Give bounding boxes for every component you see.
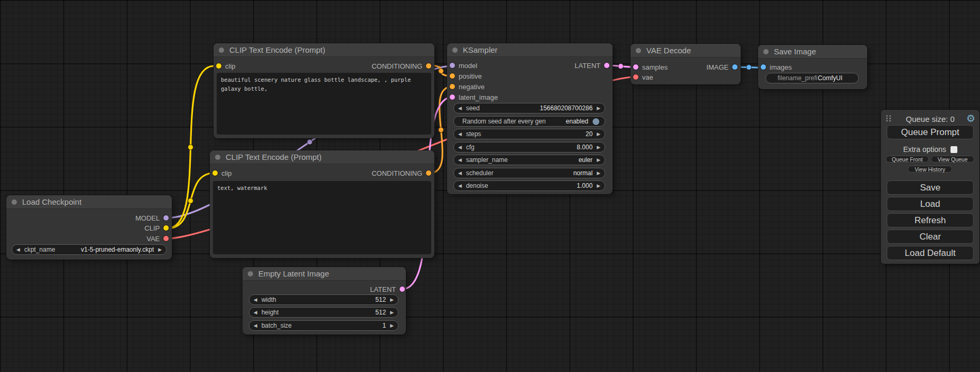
node-title-bar[interactable]: Save Image — [758, 45, 867, 59]
extra-options-label: Extra options — [903, 145, 946, 154]
collapse-dot-icon[interactable] — [219, 47, 224, 53]
decrement-arrow-icon[interactable]: ◀ — [254, 310, 257, 315]
slot-label: LATENT — [575, 62, 600, 70]
widget-value: 1 — [382, 322, 386, 329]
graph-canvas[interactable]: Load Checkpoint MODEL CLIP VAE ◀ ckpt_na… — [0, 0, 980, 372]
image-port-icon[interactable] — [761, 64, 766, 70]
node-title-bar[interactable]: VAE Decode — [630, 44, 741, 58]
queue-prompt-button[interactable]: Queue Prompt — [887, 125, 974, 139]
save-button[interactable]: Save — [887, 180, 974, 195]
queue-panel[interactable]: Queue size: 0 ⚙ Queue Prompt Extra optio… — [881, 110, 979, 264]
clear-button[interactable]: Clear — [887, 230, 974, 244]
node-title-bar[interactable]: Load Checkpoint — [6, 195, 172, 209]
slot-label: clip — [225, 62, 236, 70]
node-vae-decode[interactable]: VAE Decode samples vae IMAGE — [630, 44, 741, 84]
conditioning-port-icon[interactable] — [426, 63, 431, 69]
increment-arrow-icon[interactable]: ▶ — [390, 310, 394, 315]
conditioning-port-icon[interactable] — [450, 73, 455, 79]
model-port-icon[interactable] — [163, 215, 169, 221]
collapse-dot-icon[interactable] — [452, 47, 458, 53]
collapse-dot-icon[interactable] — [12, 199, 17, 205]
latent-port-icon[interactable] — [633, 64, 638, 70]
vae-port-icon[interactable] — [163, 236, 169, 241]
slot-label: images — [770, 63, 792, 71]
node-title: KSampler — [463, 45, 498, 54]
scheduler-widget[interactable]: ◀ scheduler normal ▶ — [453, 168, 605, 178]
latent-port-icon[interactable] — [400, 287, 405, 292]
increment-arrow-icon[interactable]: ▶ — [158, 247, 162, 252]
decrement-arrow-icon[interactable]: ◀ — [458, 132, 462, 137]
image-port-icon[interactable] — [732, 64, 738, 70]
decrement-arrow-icon[interactable]: ◀ — [458, 171, 462, 176]
decrement-arrow-icon[interactable]: ◀ — [458, 106, 462, 111]
collapse-dot-icon[interactable] — [215, 155, 220, 160]
node-title-bar[interactable]: CLIP Text Encode (Prompt) — [210, 150, 434, 164]
node-title-bar[interactable]: Empty Latent Image — [242, 267, 406, 281]
node-load-checkpoint[interactable]: Load Checkpoint MODEL CLIP VAE ◀ ckpt_na… — [6, 195, 172, 260]
decrement-arrow-icon[interactable]: ◀ — [16, 247, 20, 252]
denoise-widget[interactable]: ◀ denoise 1.000 ▶ — [453, 180, 605, 191]
steps-widget[interactable]: ◀ steps 20 ▶ — [453, 129, 605, 139]
positive-prompt-textarea[interactable]: beautiful scenery nature glass bottle la… — [217, 73, 431, 135]
widget-label: scheduler — [466, 169, 493, 177]
width-widget[interactable]: ◀ width 512 ▶ — [249, 294, 399, 305]
node-clip-text-encode-positive[interactable]: CLIP Text Encode (Prompt) clip CONDITION… — [214, 43, 434, 138]
latent-port-icon[interactable] — [450, 94, 455, 100]
increment-arrow-icon[interactable]: ▶ — [597, 145, 600, 150]
node-clip-text-encode-negative[interactable]: CLIP Text Encode (Prompt) clip CONDITION… — [210, 150, 434, 258]
view-queue-button[interactable]: View Queue — [931, 156, 974, 163]
decrement-arrow-icon[interactable]: ◀ — [254, 298, 257, 302]
queue-size-label: Queue size: 0 — [881, 115, 979, 123]
load-button[interactable]: Load — [887, 197, 974, 211]
widget-label: seed — [466, 104, 480, 112]
decrement-arrow-icon[interactable]: ◀ — [458, 158, 462, 163]
collapse-dot-icon[interactable] — [636, 48, 641, 53]
random-seed-toggle[interactable] — [593, 118, 599, 125]
settings-gear-icon[interactable]: ⚙ — [966, 113, 975, 125]
refresh-button[interactable]: Refresh — [887, 213, 974, 227]
clip-port-icon[interactable] — [163, 225, 169, 231]
decrement-arrow-icon[interactable]: ◀ — [458, 145, 462, 150]
latent-port-icon[interactable] — [604, 63, 609, 68]
clip-port-icon[interactable] — [212, 170, 218, 176]
node-ksampler[interactable]: KSampler model positive negative latent_… — [447, 43, 613, 194]
filename-prefix-widget[interactable]: filename_prefix ComfyUI — [765, 73, 859, 83]
batch-size-widget[interactable]: ◀ batch_size 1 ▶ — [249, 320, 399, 331]
input-slot-positive: positive — [450, 71, 482, 81]
increment-arrow-icon[interactable]: ▶ — [597, 132, 600, 137]
negative-prompt-textarea[interactable]: text, watermark — [213, 181, 431, 254]
decrement-arrow-icon[interactable]: ◀ — [254, 323, 257, 328]
view-history-button[interactable]: View History — [908, 166, 952, 173]
queue-front-button[interactable]: Queue Front — [886, 156, 929, 163]
collapse-dot-icon[interactable] — [248, 271, 253, 276]
link-center-dot — [188, 145, 193, 150]
drag-handle-icon[interactable] — [886, 115, 891, 122]
decrement-arrow-icon[interactable]: ◀ — [458, 184, 462, 188]
increment-arrow-icon[interactable]: ▶ — [597, 171, 600, 176]
collapse-dot-icon[interactable] — [763, 49, 769, 54]
increment-arrow-icon[interactable]: ▶ — [597, 184, 600, 188]
widget-label: width — [261, 296, 276, 303]
clip-port-icon[interactable] — [216, 63, 221, 69]
increment-arrow-icon[interactable]: ▶ — [597, 106, 600, 111]
random-seed-widget[interactable]: Random seed after every gen enabled — [453, 116, 605, 127]
node-title-bar[interactable]: CLIP Text Encode (Prompt) — [214, 43, 434, 57]
sampler-name-widget[interactable]: ◀ sampler_name euler ▶ — [453, 155, 605, 165]
node-title-bar[interactable]: KSampler — [447, 43, 613, 57]
increment-arrow-icon[interactable]: ▶ — [390, 298, 394, 302]
cfg-widget[interactable]: ◀ cfg 8.000 ▶ — [453, 142, 605, 152]
ckpt-name-widget[interactable]: ◀ ckpt_name v1-5-pruned-emaonly.ckpt ▶ — [12, 244, 167, 255]
conditioning-port-icon[interactable] — [426, 170, 431, 176]
slot-label: latent_image — [459, 93, 498, 101]
increment-arrow-icon[interactable]: ▶ — [597, 158, 600, 163]
seed-widget[interactable]: ◀ seed 156680208700286 ▶ — [453, 103, 605, 113]
node-empty-latent-image[interactable]: Empty Latent Image LATENT ◀ width 512 ▶ … — [242, 267, 406, 335]
conditioning-port-icon[interactable] — [450, 84, 455, 89]
extra-options-checkbox[interactable] — [950, 146, 957, 153]
model-port-icon[interactable] — [450, 63, 455, 68]
node-save-image[interactable]: Save Image images filename_prefix ComfyU… — [758, 45, 867, 89]
vae-port-icon[interactable] — [633, 74, 638, 80]
increment-arrow-icon[interactable]: ▶ — [390, 323, 394, 328]
load-default-button[interactable]: Load Default — [887, 246, 974, 260]
height-widget[interactable]: ◀ height 512 ▶ — [249, 307, 399, 318]
